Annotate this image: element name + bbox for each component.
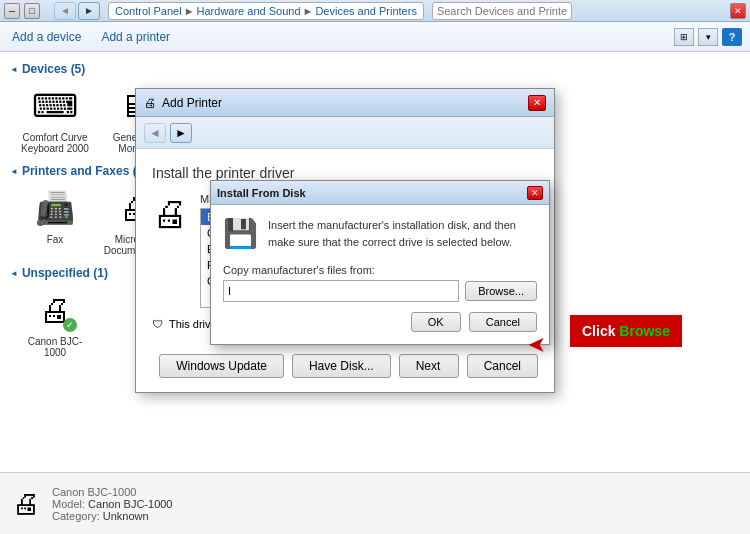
floppy-disk-icon: 💾	[223, 217, 258, 250]
breadcrumb-item-3[interactable]: Devices and Printers	[315, 5, 417, 17]
install-top-area: 💾 Insert the manufacturer's installation…	[223, 217, 537, 250]
add-printer-title: 🖨 Add Printer	[144, 96, 222, 110]
status-category-value: Unknown	[103, 510, 149, 522]
toolbar: Add a device Add a printer ⊞ ▾ ?	[0, 22, 750, 52]
install-field-area: Copy manufacturer's files from: Browse..…	[223, 264, 537, 302]
breadcrumb-sep-2: ►	[303, 5, 314, 17]
annotation-prefix: Click	[582, 323, 619, 339]
add-printer-forward-btn[interactable]: ►	[170, 123, 192, 143]
install-from-disk-dialog: Install From Disk ✕ 💾 Insert the manufac…	[210, 180, 550, 345]
status-device-icon: 🖨	[12, 487, 40, 520]
install-ok-btn[interactable]: OK	[411, 312, 461, 332]
install-dialog-body: 💾 Insert the manufacturer's installation…	[211, 205, 549, 344]
install-footer: OK Cancel	[223, 312, 537, 332]
keyboard-icon: ⌨	[31, 82, 79, 130]
printer-large-icon: 🖨	[152, 193, 188, 235]
forward-btn[interactable]: ►	[78, 2, 100, 20]
status-device-name: Canon BJC-1000	[52, 486, 136, 498]
status-model-value: Canon BJC-1000	[88, 498, 172, 510]
close-btn[interactable]: ✕	[730, 3, 746, 19]
view-toggle-btn[interactable]: ⊞	[674, 28, 694, 46]
fax-icon: 📠	[31, 184, 79, 232]
breadcrumb-item-2[interactable]: Hardware and Sound	[197, 5, 301, 17]
back-btn[interactable]: ◄	[54, 2, 76, 20]
add-printer-back-btn[interactable]: ◄	[144, 123, 166, 143]
device-keyboard[interactable]: ⌨ Comfort CurveKeyboard 2000	[20, 82, 90, 154]
click-browse-annotation: Click Browse	[570, 315, 682, 347]
breadcrumb[interactable]: Control Panel ► Hardware and Sound ► Dev…	[108, 2, 424, 20]
minimize-btn[interactable]: ─	[4, 3, 20, 19]
driver-signing-icon: 🛡	[152, 318, 163, 330]
view-dropdown-btn[interactable]: ▾	[698, 28, 718, 46]
install-description: Insert the manufacturer's installation d…	[268, 217, 537, 250]
install-input-row: Browse...	[223, 280, 537, 302]
add-printer-title-bar: 🖨 Add Printer ✕	[136, 89, 554, 117]
device-fax-label: Fax	[47, 234, 64, 245]
status-info: Canon BJC-1000 Model: Canon BJC-1000 Cat…	[52, 486, 172, 522]
windows-update-btn[interactable]: Windows Update	[159, 354, 284, 378]
install-cancel-btn[interactable]: Cancel	[469, 312, 537, 332]
breadcrumb-sep-1: ►	[184, 5, 195, 17]
status-model-label: Model:	[52, 498, 85, 510]
have-disk-btn[interactable]: Have Disk...	[292, 354, 391, 378]
status-bar: 🖨 Canon BJC-1000 Model: Canon BJC-1000 C…	[0, 472, 750, 534]
browse-arrow-indicator: ➤	[528, 332, 546, 358]
browse-button[interactable]: Browse...	[465, 281, 537, 301]
device-keyboard-label: Comfort CurveKeyboard 2000	[21, 132, 89, 154]
install-title-bar: Install From Disk ✕	[211, 181, 549, 205]
canon-bjc-icon: 🖨 ✓	[31, 286, 79, 334]
device-canon-bjc[interactable]: 🖨 ✓ Canon BJC-1000	[20, 286, 90, 358]
install-close-btn[interactable]: ✕	[527, 186, 543, 200]
install-path-input[interactable]	[223, 280, 459, 302]
title-bar: ─ □ ◄ ► Control Panel ► Hardware and Sou…	[0, 0, 750, 22]
install-dialog-title: Install From Disk	[217, 187, 306, 199]
maximize-btn[interactable]: □	[24, 3, 40, 19]
next-btn[interactable]: Next	[399, 354, 459, 378]
add-device-button[interactable]: Add a device	[8, 28, 85, 46]
status-category-label: Category:	[52, 510, 100, 522]
annotation-highlight: Browse	[619, 323, 670, 339]
add-printer-nav: ◄ ►	[136, 117, 554, 149]
add-printer-button[interactable]: Add a printer	[97, 28, 174, 46]
device-canon-bjc-label: Canon BJC-1000	[20, 336, 90, 358]
device-fax[interactable]: 📠 Fax	[20, 184, 90, 256]
breadcrumb-item-1[interactable]: Control Panel	[115, 5, 182, 17]
search-input[interactable]	[432, 2, 572, 20]
help-button[interactable]: ?	[722, 28, 742, 46]
add-printer-footer: Windows Update Have Disk... Next Cancel	[136, 346, 554, 392]
add-printer-close-btn[interactable]: ✕	[528, 95, 546, 111]
devices-section-header: Devices (5)	[10, 62, 740, 76]
install-field-label: Copy manufacturer's files from:	[223, 264, 537, 276]
install-driver-title: Install the printer driver	[152, 165, 538, 181]
printer-title-icon: 🖨	[144, 96, 156, 110]
